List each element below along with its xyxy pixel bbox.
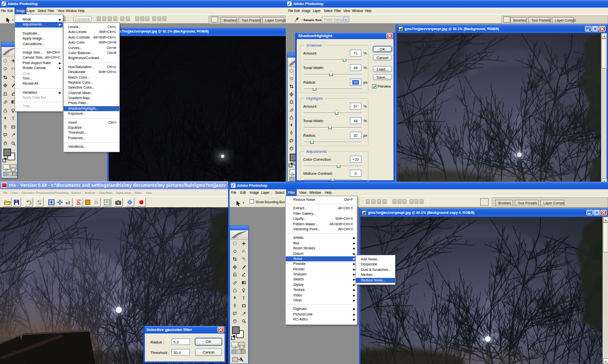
svg-text:T: T — [12, 117, 14, 121]
svg-text:x1: x1 — [66, 200, 71, 205]
svg-text:T: T — [242, 296, 245, 300]
svg-text:H: H — [94, 200, 98, 205]
